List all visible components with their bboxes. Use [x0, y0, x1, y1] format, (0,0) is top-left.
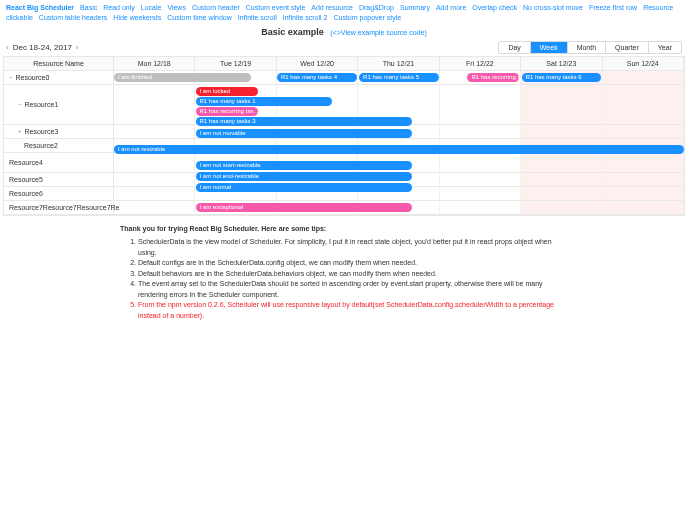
grid-cell[interactable]	[440, 153, 521, 173]
resource-label: Resource4	[9, 159, 43, 166]
nav-link[interactable]: No cross-slot move	[523, 4, 583, 11]
nav-link[interactable]: Custom popover style	[333, 14, 401, 21]
grid-cell[interactable]	[603, 201, 684, 215]
grid-cell[interactable]	[521, 201, 602, 215]
resource-cell[interactable]: Resource6	[4, 187, 113, 201]
event[interactable]: R1 has many tasks 1	[196, 97, 333, 106]
resource-label: Resource7Resource7Resource7Re	[9, 204, 120, 211]
day-header: Tue 12/19	[195, 57, 276, 70]
nav-link[interactable]: Custom time window	[167, 14, 232, 21]
nav-link[interactable]: Add more	[436, 4, 466, 11]
resource-label: Resource1	[25, 101, 59, 108]
day-header: Fri 12/22	[440, 57, 521, 70]
grid-cell[interactable]	[114, 201, 195, 215]
nav-link[interactable]: Custom header	[192, 4, 240, 11]
resource-cell[interactable]: Resource7Resource7Resource7Re	[4, 201, 113, 215]
grid-cell[interactable]	[603, 173, 684, 187]
grid-cell[interactable]	[114, 187, 195, 201]
event[interactable]: R1 has many tasks 3	[196, 117, 413, 126]
resource-cell[interactable]: Resource2	[4, 139, 113, 153]
date-nav: ‹ Dec 18-24, 2017 ›	[6, 43, 79, 52]
grid-cell[interactable]	[440, 125, 521, 139]
grid-cell[interactable]	[521, 85, 602, 125]
grid-cell[interactable]	[114, 173, 195, 187]
tips-list: SchedulerData is the view model of Sched…	[120, 237, 568, 321]
nav-link[interactable]: Views	[167, 4, 186, 11]
nav-link[interactable]: Infinite scroll 2	[283, 14, 328, 21]
scheduler-body: −Resource0−Resource1+Resource3Resource2R…	[4, 71, 684, 215]
event[interactable]: I am normal	[196, 183, 413, 192]
grid-cell[interactable]	[521, 153, 602, 173]
grid-cell[interactable]	[603, 85, 684, 125]
event-grid[interactable]: I am finishedR1 has many tasks 4R1 has m…	[114, 71, 684, 215]
grid-cell[interactable]	[521, 125, 602, 139]
nav-link[interactable]: Locale	[141, 4, 162, 11]
nav-link[interactable]: Freeze first row	[589, 4, 637, 11]
event[interactable]: R1 has recurring tas...	[467, 73, 518, 82]
resource-cell[interactable]: Resource4	[4, 153, 113, 173]
event[interactable]: R1 has many tasks 4	[277, 73, 357, 82]
event[interactable]: I am locked	[196, 87, 259, 96]
expand-icon[interactable]: −	[18, 101, 22, 107]
nav-link[interactable]: Basic	[80, 4, 97, 11]
event[interactable]: I am not resizable	[114, 145, 684, 154]
nav-link[interactable]: Hide weekends	[113, 14, 161, 21]
grid-cell[interactable]	[603, 125, 684, 139]
grid-cell[interactable]	[603, 187, 684, 201]
grid-cell[interactable]	[521, 187, 602, 201]
resource-cell[interactable]: −Resource1	[4, 85, 113, 125]
grid-cell[interactable]	[114, 125, 195, 139]
nav-link[interactable]: Drag&Drop	[359, 4, 394, 11]
view-quarter[interactable]: Quarter	[605, 42, 648, 53]
event[interactable]: R1 has many tasks 6	[522, 73, 602, 82]
page-title: Basic example	[261, 27, 324, 37]
resource-label: Resource2	[24, 142, 58, 149]
view-year[interactable]: Year	[648, 42, 681, 53]
nav-link[interactable]: Add resource	[311, 4, 353, 11]
controls: ‹ Dec 18-24, 2017 › DayWeekMonthQuarterY…	[0, 40, 688, 56]
grid-cell[interactable]	[440, 187, 521, 201]
event[interactable]: R1 has recurring tas...	[196, 107, 259, 116]
grid-cell[interactable]	[603, 153, 684, 173]
event[interactable]: I am exceptional	[196, 203, 413, 212]
grid-cell[interactable]	[114, 85, 195, 125]
expand-icon[interactable]: +	[18, 128, 22, 134]
grid-cell[interactable]	[440, 85, 521, 125]
event[interactable]: I am not end-resizable	[196, 172, 413, 181]
scheduler: Resource Name Mon 12/18Tue 12/19Wed 12/2…	[3, 56, 685, 216]
event[interactable]: I am not movable	[196, 129, 413, 138]
nav-link[interactable]: Overlap check	[472, 4, 517, 11]
brand-link[interactable]: React Big Scheduler	[6, 4, 74, 11]
nav-link[interactable]: Summary	[400, 4, 430, 11]
resource-header: Resource Name	[4, 57, 114, 70]
tip-item: Default configs are in the SchedulerData…	[138, 258, 568, 269]
grid-cell[interactable]	[440, 201, 521, 215]
view-month[interactable]: Month	[567, 42, 605, 53]
nav-link[interactable]: Custom table headers	[39, 14, 107, 21]
view-day[interactable]: Day	[499, 42, 529, 53]
day-headers: Mon 12/18Tue 12/19Wed 12/20Thu 12/21Fri …	[114, 57, 684, 70]
source-link[interactable]: (<>View example source code)	[330, 29, 426, 36]
resource-cell[interactable]: −Resource0	[4, 71, 113, 85]
day-header: Sat 12/23	[521, 57, 602, 70]
resource-label: Resource3	[25, 128, 59, 135]
top-nav: React Big SchedulerBasicRead onlyLocaleV…	[0, 0, 688, 26]
event[interactable]: I am finished	[114, 73, 251, 82]
grid-cell[interactable]	[603, 71, 684, 85]
view-week[interactable]: Week	[530, 42, 567, 53]
header-row: Resource Name Mon 12/18Tue 12/19Wed 12/2…	[4, 57, 684, 71]
date-label[interactable]: Dec 18-24, 2017	[13, 43, 72, 52]
event[interactable]: R1 has many tasks 5	[359, 73, 439, 82]
next-icon[interactable]: ›	[76, 43, 79, 52]
nav-link[interactable]: Infinite scroll	[238, 14, 277, 21]
nav-link[interactable]: Custom event style	[246, 4, 306, 11]
event[interactable]: I am not start-resizable	[196, 161, 413, 170]
resource-cell[interactable]: Resource5	[4, 173, 113, 187]
grid-cell[interactable]	[440, 173, 521, 187]
expand-icon[interactable]: −	[9, 74, 13, 80]
resource-cell[interactable]: +Resource3	[4, 125, 113, 139]
prev-icon[interactable]: ‹	[6, 43, 9, 52]
nav-link[interactable]: Read only	[103, 4, 135, 11]
grid-cell[interactable]	[114, 153, 195, 173]
grid-cell[interactable]	[521, 173, 602, 187]
